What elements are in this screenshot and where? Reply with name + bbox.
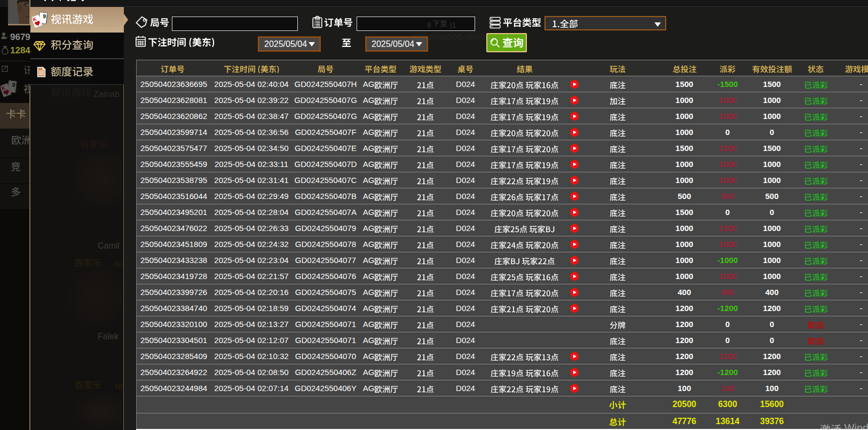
- svg-text:*: *: [6, 36, 8, 41]
